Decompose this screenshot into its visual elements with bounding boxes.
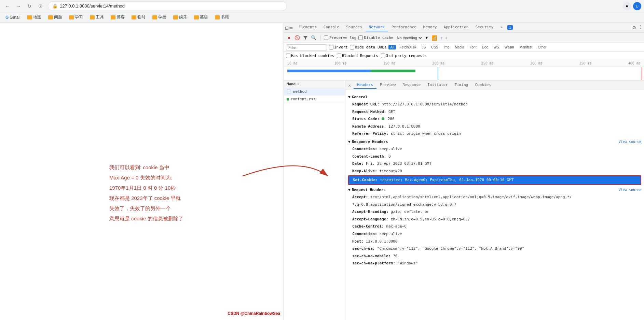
invert-checkbox[interactable]	[329, 45, 333, 49]
mark-200: 200 ms	[432, 61, 444, 65]
back-button[interactable]: ←	[3, 1, 12, 11]
req-view-source-link[interactable]: View source	[619, 188, 641, 192]
annotation-text: 我们可以看到: cookie 当中 Max-Age = 0 失效的时间为: 19…	[109, 162, 183, 224]
folder-icon	[69, 15, 74, 19]
throttle-select[interactable]: No throttling	[396, 35, 423, 40]
blocked-requests-label[interactable]: Blocked Requests	[337, 54, 378, 58]
bookmark-blog[interactable]: 博客	[108, 13, 127, 21]
filter-ws[interactable]: WS	[492, 45, 501, 49]
reload-button[interactable]: ↻	[25, 1, 34, 11]
folder-icon	[48, 15, 53, 19]
tab-application[interactable]: Application	[440, 24, 472, 31]
tab-preview[interactable]: Preview	[376, 81, 399, 89]
bookmarks-bar: G Gmail 地图 问题 学习 工具 博客 临时 学校 娱乐 英语 书籍	[0, 12, 644, 23]
filter-doc[interactable]: Doc	[480, 45, 490, 49]
filter-css[interactable]: CSS	[429, 45, 440, 49]
filter-js[interactable]: JS	[420, 45, 428, 49]
tab-network[interactable]: Network	[366, 24, 388, 31]
tab-timing[interactable]: Timing	[451, 81, 472, 89]
file-item-css[interactable]: ■ content.css	[284, 96, 345, 103]
network-panel: Name ▿ 📄 method ■ content.css ✕ Headers	[284, 81, 644, 320]
filter-font[interactable]: Font	[468, 45, 478, 49]
bookmark-gmail[interactable]: G Gmail	[3, 14, 23, 21]
bookmark-english[interactable]: 英语	[191, 13, 211, 21]
bookmark-entertainment[interactable]: 娱乐	[170, 13, 190, 21]
stop-button[interactable]: 🚫	[294, 35, 300, 41]
address-input[interactable]	[60, 3, 283, 9]
accept-language-row: Accept-Language: zh-CN,zh;q=0.9,en-US;q=…	[348, 216, 641, 223]
home-button[interactable]: ☉	[36, 1, 45, 11]
preserve-log-label[interactable]: Preserve log	[324, 35, 356, 40]
books-label: 书籍	[221, 14, 229, 20]
filter-fetch-xhr[interactable]: Fetch/XHR	[398, 45, 418, 49]
devtools-dock-icon[interactable]: □	[285, 25, 288, 30]
filter-input[interactable]	[286, 44, 327, 50]
filter-img[interactable]: Img	[442, 45, 451, 49]
blocked-requests-checkbox[interactable]	[337, 54, 341, 58]
third-party-checkbox[interactable]	[381, 54, 385, 58]
tab-performance[interactable]: Performance	[388, 24, 420, 31]
profile-icon[interactable]: U	[633, 2, 641, 10]
request-headers-title[interactable]: ▼ Request Headers View source	[348, 186, 641, 193]
close-button[interactable]: ✕	[348, 83, 351, 88]
file-list-header[interactable]: Name ▿	[284, 81, 345, 88]
disable-cache-checkbox[interactable]	[358, 35, 363, 40]
filter-manifest[interactable]: Manifest	[518, 45, 534, 49]
resp-connection-val: keep-alive	[379, 147, 402, 151]
filter-all[interactable]: All	[388, 45, 396, 49]
filter-media[interactable]: Media	[453, 45, 466, 49]
close-devtools-icon[interactable]: ⋮	[638, 24, 643, 31]
settings-icon[interactable]: ⚙	[632, 24, 636, 31]
temp-label: 临时	[137, 14, 146, 20]
tab-memory[interactable]: Memory	[420, 24, 440, 31]
response-headers-title[interactable]: ▼ Response Headers View source	[348, 137, 641, 145]
file-item-method[interactable]: 📄 method	[284, 88, 345, 96]
doc-icon: 📄	[287, 89, 291, 94]
tab-security[interactable]: Security	[472, 24, 497, 31]
preserve-log-checkbox[interactable]	[324, 35, 328, 40]
csdn-watermark: CSDN @ChinaRainbowSea	[228, 311, 280, 316]
address-bar[interactable]: 🔒	[48, 1, 287, 11]
tab-response[interactable]: Response	[399, 81, 424, 89]
search-button[interactable]: 🔍	[311, 35, 317, 41]
tab-headers[interactable]: Headers	[354, 81, 376, 89]
has-blocked-label[interactable]: Has blocked cookies	[286, 54, 334, 58]
mark-350: 350 ms	[579, 61, 591, 65]
tab-sources[interactable]: Sources	[343, 24, 365, 31]
cache-control-key: Cache-Control:	[352, 224, 384, 229]
bookmark-map[interactable]: 地图	[25, 13, 44, 21]
tab-elements[interactable]: Elements	[295, 24, 320, 31]
extensions-icon[interactable]: ●	[623, 2, 631, 10]
forward-button[interactable]: →	[14, 1, 23, 11]
record-button[interactable]: ●	[286, 35, 292, 41]
invert-label[interactable]: Invert	[329, 45, 348, 49]
hide-data-urls-label[interactable]: Hide data URLs	[350, 45, 387, 49]
sort-icon: ▿	[297, 82, 299, 86]
notification-badge[interactable]: 1	[507, 25, 513, 30]
bookmark-temp[interactable]: 临时	[129, 13, 148, 21]
third-party-label[interactable]: 3rd-party requests	[381, 54, 427, 58]
tab-console[interactable]: Console	[320, 24, 343, 31]
tab-more[interactable]: »	[497, 24, 506, 31]
devtools-inspect-icon[interactable]: ▭	[289, 25, 292, 30]
view-source-link[interactable]: View source	[619, 140, 641, 144]
filter-other[interactable]: Other	[536, 45, 548, 49]
tab-initiator[interactable]: Initiator	[424, 81, 451, 89]
bookmark-issues[interactable]: 问题	[45, 13, 65, 21]
resp-connection-key: Connection:	[352, 147, 377, 151]
filter-wasm[interactable]: Wasm	[503, 45, 516, 49]
filter-button[interactable]	[302, 35, 309, 41]
bookmark-school[interactable]: 学校	[150, 13, 169, 21]
folder-icon	[132, 15, 136, 19]
tab-cookies[interactable]: Cookies	[472, 81, 494, 89]
bookmark-books[interactable]: 书籍	[212, 13, 232, 21]
sec-ch-ua-mobile-val: ?0	[393, 254, 397, 258]
has-blocked-checkbox[interactable]	[286, 54, 290, 58]
response-label: Response Headers	[352, 140, 388, 144]
throttle-arrow: ▼	[426, 35, 428, 40]
hide-data-urls-checkbox[interactable]	[350, 45, 354, 49]
bookmark-study[interactable]: 学习	[66, 13, 86, 21]
disable-cache-label[interactable]: Disable cache	[358, 35, 393, 40]
bookmark-tools[interactable]: 工具	[87, 13, 107, 21]
general-section-title[interactable]: ▼ General	[348, 93, 641, 101]
